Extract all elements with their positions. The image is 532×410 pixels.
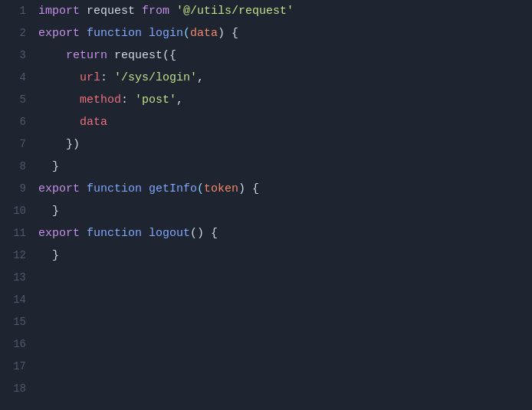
token: } [38, 156, 59, 178]
token: ( [183, 22, 190, 44]
token: method [80, 89, 121, 111]
code-line: } [38, 244, 526, 267]
token [38, 111, 80, 133]
code-area[interactable]: import request from '@/utils/request'exp… [32, 0, 532, 410]
token [80, 22, 87, 44]
code-line: import request from '@/utils/request' [38, 0, 526, 22]
line-number: 16 [6, 333, 26, 356]
token [80, 178, 87, 200]
line-number: 17 [6, 356, 26, 378]
token: data [80, 111, 107, 133]
code-line: }) [38, 133, 526, 156]
token: function [87, 22, 142, 44]
token: token [204, 178, 238, 200]
line-number: 6 [6, 111, 26, 133]
line-number: 11 [6, 222, 26, 244]
line-number: 3 [6, 44, 26, 67]
token [142, 22, 149, 44]
line-numbers: 123456789101112131415161718 [0, 0, 32, 410]
token [80, 222, 87, 244]
code-editor: 123456789101112131415161718 import reque… [0, 0, 532, 410]
code-line: return request({ [38, 44, 526, 67]
token [38, 44, 66, 67]
line-number: 13 [6, 267, 26, 289]
token [142, 178, 149, 200]
token: () { [190, 222, 218, 244]
line-number: 1 [6, 0, 26, 22]
token [169, 0, 176, 22]
line-number: 10 [6, 200, 26, 222]
line-number: 14 [6, 289, 26, 311]
token: , [176, 89, 183, 111]
token: : [121, 89, 135, 111]
token: '@/utils/request' [176, 0, 294, 22]
token: 'post' [135, 89, 176, 111]
line-number: 18 [6, 378, 26, 400]
token: } [38, 200, 59, 222]
token: export [38, 178, 80, 200]
token [38, 67, 80, 89]
token: function [87, 178, 142, 200]
token [38, 89, 80, 111]
token: } [38, 244, 59, 267]
token: return [66, 44, 107, 67]
line-number: 5 [6, 89, 26, 111]
code-line: } [38, 156, 526, 178]
line-number: 9 [6, 178, 26, 200]
token: ) { [218, 22, 238, 44]
code-line: export function login(data) { [38, 22, 526, 44]
token: import [38, 0, 80, 22]
token [142, 222, 149, 244]
token: export [38, 222, 80, 244]
token: getInfo [149, 178, 197, 200]
token: : [100, 67, 114, 89]
line-number: 7 [6, 133, 26, 156]
token: url [80, 67, 100, 89]
line-number: 8 [6, 156, 26, 178]
token: function [87, 222, 142, 244]
code-line: } [38, 200, 526, 222]
token: ) { [238, 178, 259, 200]
token: request({ [107, 44, 176, 67]
token: '/sys/login' [114, 67, 197, 89]
code-line: method: 'post', [38, 89, 526, 111]
code-line: export function logout() { [38, 222, 526, 244]
token: export [38, 22, 80, 44]
code-line: url: '/sys/login', [38, 67, 526, 89]
code-line: export function getInfo(token) { [38, 178, 526, 200]
token: request [80, 0, 142, 22]
token: data [190, 22, 218, 44]
token: ( [197, 178, 204, 200]
line-number: 12 [6, 244, 26, 267]
token: logout [149, 222, 190, 244]
line-number: 15 [6, 311, 26, 333]
code-line: data [38, 111, 526, 133]
token: from [142, 0, 169, 22]
line-number: 2 [6, 22, 26, 44]
token: , [197, 67, 204, 89]
token: }) [38, 133, 80, 156]
token: login [149, 22, 183, 44]
line-number: 4 [6, 67, 26, 89]
